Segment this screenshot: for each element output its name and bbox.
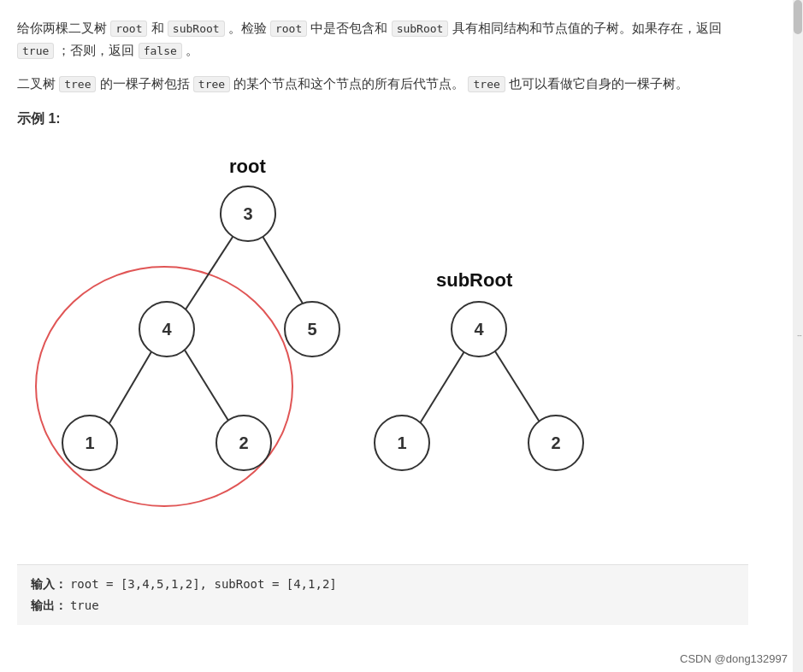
output-value: true: [70, 598, 99, 612]
desc-p2-1: 二叉树: [17, 76, 59, 91]
subroot-label-text: subRoot: [436, 269, 513, 291]
output-line: 输出： true: [31, 595, 735, 616]
desc-text-1: 给你两棵二叉树: [17, 21, 107, 35]
sub-edge-4-1: [417, 345, 469, 427]
tree-diagram: root subRoot 3 4 5: [17, 137, 753, 556]
description-paragraph-2: 二叉树 tree 的一棵子树包括 tree 的某个节点和这个节点的所有后代节点。…: [17, 73, 748, 95]
desc-text-2: 。检验: [228, 21, 270, 35]
edge-3-4: [184, 229, 238, 312]
tree-code-2: tree: [193, 76, 230, 92]
edge-4-1: [107, 345, 156, 427]
diagram-area: root subRoot 3 4 5: [17, 137, 753, 556]
root-node-1-label: 1: [85, 433, 94, 452]
example-title: 示例 1:: [17, 110, 748, 128]
tree-code-3: tree: [468, 76, 505, 92]
desc-p2-2: 的一棵子树包括: [100, 76, 193, 91]
description-paragraph-1: 给你两棵二叉树 root 和 subRoot 。检验 root 中是否包含和 s…: [17, 17, 748, 61]
root-code-1: root: [110, 21, 147, 37]
subroot-code-2: subRoot: [392, 21, 449, 37]
io-area: 输入： root = [3,4,5,1,2], subRoot = [4,1,2…: [17, 564, 748, 625]
root-node-4-label: 4: [162, 320, 172, 339]
tree-code-1: tree: [59, 76, 96, 92]
root-label-text: root: [229, 156, 266, 177]
input-line: 输入： root = [3,4,5,1,2], subRoot = [4,1,2…: [31, 574, 735, 595]
root-code-2: root: [270, 21, 307, 37]
desc-p2-4: 也可以看做它自身的一棵子树。: [509, 76, 688, 91]
false-code: false: [139, 43, 182, 59]
root-node-3-label: 3: [243, 204, 252, 223]
desc-text-4: 具有相同结构和节点值的子树。如果存在，返回: [452, 21, 722, 35]
true-code: true: [17, 43, 54, 59]
desc-semicolon: ；否则，返回: [57, 43, 138, 57]
desc-p2-3: 的某个节点和这个节点的所有后代节点。: [233, 76, 464, 91]
watermark: CSDN @dong132997: [680, 652, 788, 665]
input-label: 输入：: [31, 577, 67, 591]
sub-node-1-label: 1: [397, 433, 406, 452]
input-value: root = [3,4,5,1,2], subRoot = [4,1,2]: [70, 577, 337, 591]
root-node-5-label: 5: [307, 320, 316, 339]
subroot-code-1: subRoot: [168, 21, 225, 37]
desc-period: 。: [186, 43, 198, 57]
sub-node-4-label: 4: [474, 320, 484, 339]
desc-text-3: 中是否包含和: [310, 21, 391, 35]
scrollbar-track[interactable]: ···: [793, 0, 803, 672]
sub-edge-4-2: [491, 345, 543, 427]
scrollbar-dots: ···: [797, 331, 801, 341]
edge-4-2: [181, 345, 233, 427]
desc-and: 和: [151, 21, 164, 35]
root-node-2-label: 2: [239, 433, 248, 452]
output-label: 输出：: [31, 598, 67, 612]
main-content: 给你两棵二叉树 root 和 subRoot 。检验 root 中是否包含和 s…: [0, 0, 774, 642]
scrollbar-thumb[interactable]: [794, 0, 802, 34]
edge-3-5: [258, 229, 308, 312]
sub-node-2-label: 2: [551, 433, 560, 452]
